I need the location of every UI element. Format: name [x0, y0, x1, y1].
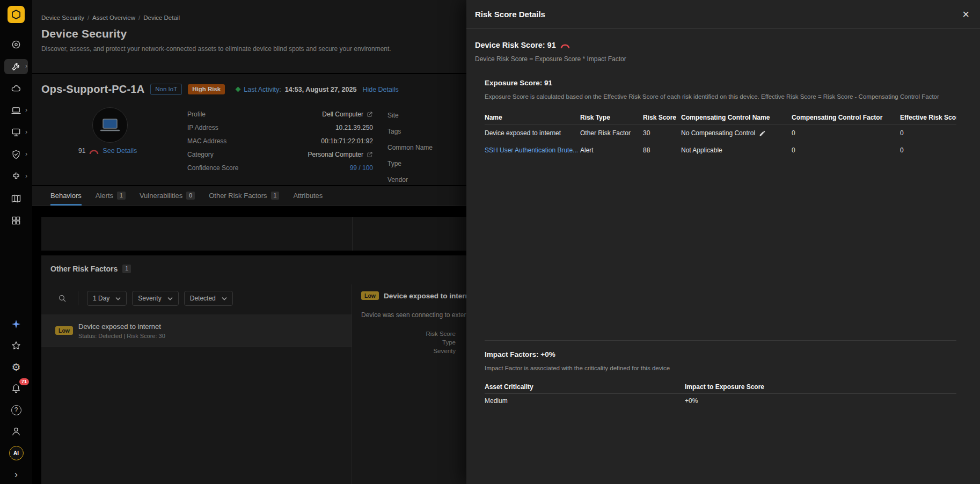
chevron-right-icon: ›	[25, 106, 27, 114]
exposure-score-section: Exposure Score: 91 Exposure Score is cal…	[485, 79, 956, 159]
exposure-table-row: Device exposed to internet Other Risk Fa…	[485, 124, 956, 142]
overlay-scrim[interactable]	[32, 0, 466, 484]
panel-title: Risk Score Details	[475, 10, 545, 19]
app-logo[interactable]	[8, 6, 25, 23]
impact-table: Asset Criticality Impact to Exposure Sco…	[485, 380, 956, 408]
integrations-icon[interactable]: ›	[4, 169, 28, 184]
sidebar-expand-icon[interactable]: ›	[4, 467, 28, 482]
ai-sparkle-icon[interactable]	[4, 317, 28, 332]
user-profile-icon[interactable]	[4, 424, 28, 439]
cell-asset-criticality: Medium	[485, 397, 685, 405]
exposure-score-title: Exposure Score: 91	[485, 79, 956, 87]
compliance-icon[interactable]: ›	[4, 147, 28, 162]
cell-risk-type: Alert	[580, 146, 643, 154]
chevron-right-icon: ›	[25, 62, 27, 70]
device-security-icon[interactable]: ›	[4, 59, 28, 74]
exposure-table-header: Name Risk Type Risk Score Compensating C…	[485, 111, 956, 124]
close-icon[interactable]: ×	[962, 9, 969, 20]
cell-name: Device exposed to internet	[485, 129, 580, 137]
cell-risk-score: 88	[643, 146, 681, 154]
dashboard-icon[interactable]	[4, 37, 28, 52]
exposure-table: Name Risk Type Risk Score Compensating C…	[485, 111, 956, 159]
sidebar-nav: › › › › ›	[4, 37, 28, 228]
settings-gear-icon[interactable]: ⚙	[4, 360, 28, 375]
cloud-icon[interactable]	[4, 81, 28, 96]
edit-pencil-icon[interactable]	[759, 130, 766, 137]
device-risk-score-heading: Device Risk Score: 91	[475, 41, 980, 49]
risk-gauge-icon	[560, 42, 570, 48]
notifications-bell-icon[interactable]: 71	[4, 381, 28, 396]
star-icon[interactable]	[4, 338, 28, 353]
map-icon[interactable]	[4, 191, 28, 206]
cell-effective-score: 0	[900, 146, 956, 154]
cell-control-factor: 0	[792, 129, 900, 137]
impact-factors-title: Impact Factors: +0%	[485, 350, 956, 358]
exposure-table-row: SSH User Authentication Brute... Alert 8…	[485, 142, 956, 159]
cell-control-name: Not Applicable	[681, 146, 792, 154]
risk-score-details-panel: Risk Score Details × Device Risk Score: …	[466, 0, 980, 484]
app-sidebar: › › › › ›	[0, 0, 32, 484]
cell-risk-score: 30	[643, 129, 681, 137]
impact-table-row: Medium +0%	[485, 394, 956, 408]
chevron-right-icon: ›	[25, 150, 27, 158]
exposure-score-description: Exposure Score is calculated based on th…	[485, 93, 956, 100]
chevron-right-icon: ›	[25, 128, 27, 136]
ai-assistant-button[interactable]: AI	[4, 445, 28, 460]
cell-effective-score: 0	[900, 129, 956, 137]
risk-score-formula: Device Risk Score = Exposure Score * Imp…	[475, 55, 980, 63]
help-icon[interactable]: ?	[4, 402, 28, 417]
impact-factors-section: Impact Factors: +0% Impact Factor is ass…	[485, 340, 956, 408]
impact-table-header: Asset Criticality Impact to Exposure Sco…	[485, 380, 956, 394]
notification-count-badge: 71	[19, 378, 29, 385]
cell-control-name: No Compensating Control	[681, 129, 792, 137]
cell-name-link[interactable]: SSH User Authentication Brute...	[485, 146, 580, 154]
cell-risk-type: Other Risk Factor	[580, 129, 643, 137]
devices-icon[interactable]: ›	[4, 103, 28, 118]
chevron-right-icon: ›	[25, 172, 27, 180]
sidebar-bottom-nav: ⚙ 71 ? AI ›	[4, 317, 28, 484]
modules-icon[interactable]	[4, 213, 28, 228]
cell-control-factor: 0	[792, 146, 900, 154]
cell-impact-to-exposure: +0%	[685, 397, 956, 405]
network-icon[interactable]: ›	[4, 125, 28, 140]
impact-factors-description: Impact Factor is associated with the cri…	[485, 365, 956, 371]
